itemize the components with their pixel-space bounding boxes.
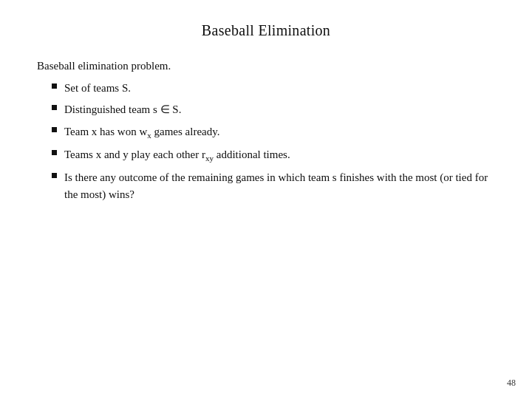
list-item: Is there any outcome of the remaining ga… bbox=[52, 169, 495, 204]
list-item: Teams x and y play each other rxy additi… bbox=[52, 146, 495, 165]
bullet-text: Set of teams S. bbox=[64, 80, 495, 97]
bullet-icon bbox=[52, 105, 57, 110]
intro-text: Baseball elimination problem. bbox=[37, 60, 495, 72]
bullet-text: Team x has won wx games already. bbox=[64, 123, 495, 142]
slide: Baseball Elimination Baseball eliminatio… bbox=[0, 0, 532, 399]
page-number: 48 bbox=[507, 378, 516, 389]
bullet-icon bbox=[52, 173, 57, 178]
bullet-list: Set of teams S. Distinguished team s ∈ S… bbox=[37, 80, 495, 203]
bullet-icon bbox=[52, 127, 57, 132]
list-item: Team x has won wx games already. bbox=[52, 123, 495, 142]
bullet-text: Is there any outcome of the remaining ga… bbox=[64, 169, 495, 204]
bullet-icon bbox=[52, 150, 57, 155]
list-item: Set of teams S. bbox=[52, 80, 495, 97]
slide-title: Baseball Elimination bbox=[37, 22, 495, 39]
bullet-text: Distinguished team s ∈ S. bbox=[64, 101, 495, 118]
bullet-icon bbox=[52, 83, 57, 89]
bullet-text: Teams x and y play each other rxy additi… bbox=[64, 146, 495, 165]
list-item: Distinguished team s ∈ S. bbox=[52, 101, 495, 118]
